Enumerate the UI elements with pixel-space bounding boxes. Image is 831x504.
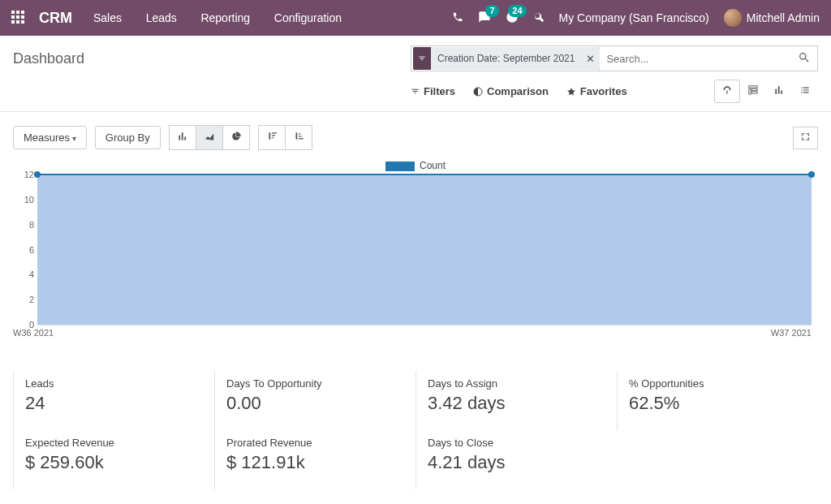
list-icon <box>799 84 811 96</box>
kpi-grid: Leads24Days To Opportunity0.00Days to As… <box>13 371 818 489</box>
y-tick: 10 <box>15 195 34 205</box>
messages-icon[interactable]: 7 <box>478 11 491 26</box>
view-graph[interactable] <box>766 80 792 103</box>
view-dashboard[interactable] <box>714 80 740 103</box>
navbar-menu: Sales Leads Reporting Configuration <box>93 11 363 24</box>
kpi-label: Leads <box>25 377 203 390</box>
activities-icon[interactable]: 24 <box>506 11 519 26</box>
menu-configuration[interactable]: Configuration <box>274 11 342 24</box>
kpi-cell[interactable]: Days to Assign3.42 days <box>416 371 617 430</box>
sort-asc-icon <box>293 131 304 142</box>
chart-line <box>37 174 812 175</box>
sort-desc-button[interactable] <box>258 125 286 150</box>
sort-desc-icon <box>266 131 278 142</box>
user-menu[interactable]: Mitchell Admin <box>724 9 820 27</box>
kpi-value: 3.42 days <box>428 393 605 414</box>
chart-point[interactable] <box>34 171 41 178</box>
legend-label: Count <box>420 160 446 171</box>
user-name: Mitchell Admin <box>747 11 820 24</box>
control-panel: Dashboard Creation Date: September 2021 … <box>0 36 831 112</box>
activities-badge: 24 <box>508 5 526 17</box>
kpi-label: Days To Opportunity <box>226 377 404 390</box>
kpi-value: $ 259.60k <box>25 452 203 473</box>
chart-pie-button[interactable] <box>222 125 250 150</box>
kpi-value: $ 121.91k <box>226 452 404 473</box>
kpi-cell[interactable]: Leads24 <box>13 371 214 430</box>
expand-button[interactable] <box>793 127 818 149</box>
facet-label: Creation Date: September 2021 <box>431 47 581 70</box>
area-chart-icon <box>204 131 215 142</box>
chart-line-button[interactable] <box>196 125 223 150</box>
sort-asc-button[interactable] <box>285 125 312 150</box>
kpi-label: Days to Assign <box>428 377 605 390</box>
company-switcher[interactable]: My Company (San Francisco) <box>559 11 709 24</box>
legend-swatch <box>385 162 415 171</box>
avatar <box>724 9 742 27</box>
search-facet: Creation Date: September 2021 ✕ <box>413 47 600 70</box>
menu-sales[interactable]: Sales <box>93 11 122 24</box>
pie-chart-icon <box>230 131 242 142</box>
chart-bar-button[interactable] <box>169 125 196 150</box>
filter-icon <box>411 87 420 96</box>
kpi-cell[interactable]: Days to Close4.21 days <box>416 430 617 489</box>
kpi-cell[interactable]: Expected Revenue$ 259.60k <box>13 430 214 489</box>
x-label-right: W37 2021 <box>771 328 812 338</box>
kpi-label: % Opportunities <box>629 377 807 390</box>
kpi-cell[interactable]: % Opportunities62.5% <box>617 371 818 430</box>
kpi-label: Days to Close <box>428 437 605 449</box>
kpi-cell[interactable]: Days To Opportunity0.00 <box>214 371 416 430</box>
facet-remove[interactable]: ✕ <box>581 47 600 70</box>
comparison-dropdown[interactable]: Comparison <box>473 80 549 103</box>
company-label: My Company (San Francisco) <box>559 11 709 24</box>
kpi-label: Expected Revenue <box>25 437 203 449</box>
dashboard-icon <box>721 84 733 96</box>
groupby-button[interactable]: Group By <box>95 126 161 149</box>
menu-leads[interactable]: Leads <box>146 11 177 24</box>
phone-icon[interactable] <box>452 11 463 25</box>
app-brand[interactable]: CRM <box>39 10 72 27</box>
pivot-icon <box>747 84 759 96</box>
search-box[interactable]: Creation Date: September 2021 ✕ <box>411 45 818 71</box>
sort-group <box>258 125 312 150</box>
menu-reporting[interactable]: Reporting <box>200 11 250 24</box>
y-tick: 12 <box>15 170 34 179</box>
graph-icon <box>773 84 785 96</box>
y-tick: 4 <box>15 269 34 279</box>
filter-icon <box>413 47 431 70</box>
bar-chart-icon <box>177 131 188 142</box>
view-list[interactable] <box>792 80 818 103</box>
favorites-dropdown[interactable]: Favorites <box>566 80 627 103</box>
chart-area-fill <box>37 174 812 325</box>
star-icon <box>566 87 576 97</box>
y-tick: 6 <box>15 245 34 255</box>
search-input[interactable] <box>600 53 817 65</box>
chart-type-group <box>169 125 250 150</box>
view-switcher <box>714 80 818 103</box>
breadcrumb: Dashboard <box>13 50 84 67</box>
apps-icon[interactable] <box>11 11 26 25</box>
kpi-value: 0.00 <box>226 393 404 414</box>
kpi-value: 4.21 days <box>428 452 605 473</box>
view-pivot[interactable] <box>740 80 766 103</box>
grid-line <box>37 325 812 325</box>
chart-legend: Count <box>13 160 818 171</box>
chart-plot: 024681012 <box>37 174 812 325</box>
tools-icon[interactable] <box>533 11 545 25</box>
y-tick: 8 <box>15 220 34 230</box>
search-icon[interactable] <box>798 51 811 67</box>
kpi-value: 62.5% <box>629 393 807 414</box>
kpi-cell[interactable]: Prorated Revenue$ 121.91k <box>214 430 416 489</box>
kpi-value: 24 <box>25 393 203 414</box>
y-tick: 2 <box>15 295 34 304</box>
expand-icon <box>800 131 811 142</box>
messages-badge: 7 <box>485 5 498 17</box>
measures-button[interactable]: Measures <box>13 126 87 149</box>
filters-dropdown[interactable]: Filters <box>411 80 455 103</box>
chart-area: Count 024681012 W36 2021 W37 2021 <box>13 160 818 347</box>
comparison-icon <box>473 87 483 97</box>
chart-point[interactable] <box>808 171 815 178</box>
main-navbar: CRM Sales Leads Reporting Configuration … <box>0 0 831 36</box>
kpi-label: Prorated Revenue <box>226 437 404 449</box>
dashboard-content: Measures Group By Count 024681012 W36 20… <box>0 112 831 504</box>
x-label-left: W36 2021 <box>13 328 54 338</box>
